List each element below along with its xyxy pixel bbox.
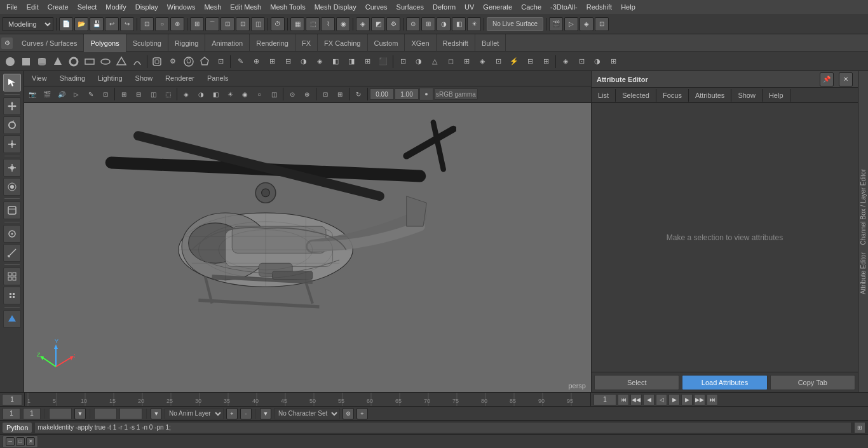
menu-cache[interactable]: Cache	[517, 2, 545, 12]
right-tab-attribute-editor[interactable]: Attribute Editor	[860, 248, 867, 298]
attr-panel-close-btn[interactable]: ✕	[839, 72, 853, 86]
attr-select-btn[interactable]: Select	[594, 375, 679, 390]
tab-xgen[interactable]: XGen	[405, 34, 436, 52]
tab-curves-surfaces[interactable]: Curves / Surfaces	[15, 34, 84, 52]
vp-tool1-btn[interactable]: ⊡	[98, 88, 112, 100]
vp-wire-btn[interactable]: ◈	[179, 88, 193, 100]
playback-end-frame[interactable]: 1	[23, 408, 41, 419]
anim-layer-arrow[interactable]: ▼	[151, 408, 162, 419]
bool-icon-btn[interactable]: ◈	[312, 54, 327, 69]
vp-menu-view[interactable]: View	[29, 73, 50, 83]
pencil-icon-btn[interactable]: ✎	[233, 54, 248, 69]
vp-overlay-btn[interactable]: ⬚	[161, 88, 175, 100]
tab-fx[interactable]: FX	[295, 34, 318, 52]
workspace-dropdown[interactable]: Modeling	[3, 17, 53, 31]
universal-manip-btn[interactable]	[3, 159, 21, 177]
rotate-tool-btn[interactable]	[3, 116, 21, 134]
attr-copy-tab-btn[interactable]: Copy Tab	[770, 375, 855, 390]
playback-val3[interactable]: 200	[119, 408, 142, 419]
vp-ao-btn[interactable]: ○	[252, 88, 266, 100]
cleanup-icon-btn[interactable]: ◈	[475, 54, 490, 69]
command-submit-btn[interactable]: ⊞	[854, 422, 865, 433]
scale-tool-btn[interactable]	[3, 135, 21, 153]
vp-menu-renderer[interactable]: Renderer	[163, 73, 197, 83]
vp-texture-btn[interactable]: ◧	[208, 88, 222, 100]
vp-xray-btn[interactable]: ⊙	[285, 88, 299, 100]
timeline-frame-display[interactable]: 1	[593, 394, 616, 405]
reduce-icon-btn[interactable]: △	[427, 54, 442, 69]
menu-display[interactable]: Display	[132, 2, 162, 12]
timeline-skip-start-btn[interactable]: ⏮	[618, 394, 629, 405]
extra1-icon-btn[interactable]: ◈	[558, 54, 573, 69]
char-set-arrow[interactable]: ▼	[260, 408, 271, 419]
vp-menu-lighting[interactable]: Lighting	[95, 73, 125, 83]
render-view-btn[interactable]: 🎬	[549, 17, 563, 31]
cone-icon-btn[interactable]	[50, 54, 65, 69]
playback-val1-arrow[interactable]: ▼	[74, 408, 86, 419]
menu-generate[interactable]: Generate	[479, 2, 516, 12]
vp-camera-btn[interactable]: 📷	[25, 88, 39, 100]
select-by-object-btn[interactable]: ○	[155, 17, 169, 31]
maya-logo-btn[interactable]	[3, 310, 21, 328]
timeline-start-input[interactable]	[2, 394, 22, 405]
wrangle-icon-btn[interactable]: ⚡	[506, 54, 522, 69]
menu-modify[interactable]: Modify	[102, 2, 130, 12]
vp-isolate-btn[interactable]: ⊡	[318, 88, 332, 100]
char-set-plus[interactable]: +	[356, 408, 368, 419]
timeline-prev-frame-btn[interactable]: ◀	[643, 394, 654, 405]
menu-select[interactable]: Select	[74, 2, 101, 12]
texture-btn[interactable]: ◧	[452, 17, 466, 31]
xray-btn[interactable]: ⊙	[406, 17, 420, 31]
vp-heads-btn[interactable]: ◫	[146, 88, 160, 100]
pipe-icon-btn[interactable]	[149, 54, 165, 69]
menu-deform[interactable]: Deform	[429, 2, 459, 12]
helix-icon-btn[interactable]	[130, 54, 145, 69]
snap-grid-btn[interactable]: ⊞	[190, 17, 204, 31]
open-scene-btn[interactable]: 📂	[74, 17, 88, 31]
render-region-btn[interactable]: ◩	[371, 17, 385, 31]
soccer-icon-btn[interactable]	[181, 54, 196, 69]
timeline-step-back-btn[interactable]: ◀◀	[630, 394, 642, 405]
vp-audio-btn[interactable]: 🔊	[55, 88, 69, 100]
hypershade-btn[interactable]: ⊡	[595, 17, 609, 31]
disk-icon-btn[interactable]	[98, 54, 113, 69]
anim-layer-select[interactable]: No Anim Layer	[165, 408, 224, 419]
vp-color-circle[interactable]: ●	[419, 88, 433, 100]
tab-bullet[interactable]: Bullet	[475, 34, 506, 52]
playback-val2[interactable]: 120	[94, 408, 117, 419]
reorder-icon-btn[interactable]: ⊟	[522, 54, 538, 69]
tab-redshift[interactable]: Redshift	[437, 34, 475, 52]
extract-icon-btn[interactable]: ⊞	[360, 54, 375, 69]
tab-rendering[interactable]: Rendering	[250, 34, 295, 52]
command-input[interactable]	[34, 422, 851, 433]
menu-help[interactable]: Help	[617, 2, 639, 12]
vp-camera-value[interactable]: 0.00	[370, 88, 394, 100]
vp-backface-btn[interactable]: ⊕	[300, 88, 314, 100]
menu-mesh-tools[interactable]: Mesh Tools	[266, 2, 309, 12]
menu-curves[interactable]: Curves	[362, 2, 391, 12]
timeline-next-frame-btn[interactable]: ▶	[681, 394, 693, 405]
playback-start-frame[interactable]: 1	[3, 408, 20, 419]
menu-mesh[interactable]: Mesh	[200, 2, 225, 12]
soft-select-btn[interactable]	[3, 178, 21, 196]
timeline-step-fwd-btn[interactable]: ▶▶	[694, 394, 705, 405]
render-icon-btn[interactable]: ◈	[356, 17, 370, 31]
plane-icon-btn[interactable]	[82, 54, 97, 69]
multi-icon-btn[interactable]: ⊞	[264, 54, 280, 69]
attr-load-btn[interactable]: Load Attributes	[682, 375, 767, 390]
menu-mesh-display[interactable]: Mesh Display	[311, 2, 360, 12]
vp-grid-btn[interactable]: ⊞	[117, 88, 131, 100]
menu-create[interactable]: Create	[44, 2, 72, 12]
paint-select-btn[interactable]: ◉	[336, 17, 350, 31]
platonic-icon-btn[interactable]	[197, 54, 212, 69]
window-restore-btn[interactable]: □	[16, 437, 25, 446]
vp-menu-shading[interactable]: Shading	[57, 73, 88, 83]
select-tool-btn[interactable]	[3, 74, 21, 92]
menu-uv[interactable]: UV	[461, 2, 478, 12]
undo-btn[interactable]: ↩	[105, 17, 119, 31]
render-settings-btn[interactable]: ⚙	[386, 17, 400, 31]
python-tab[interactable]: Python	[3, 423, 32, 433]
char-set-select[interactable]: No Character Set	[274, 408, 340, 419]
show-manip-btn[interactable]	[3, 201, 21, 219]
char-set-icon[interactable]: ⚙	[342, 408, 354, 419]
